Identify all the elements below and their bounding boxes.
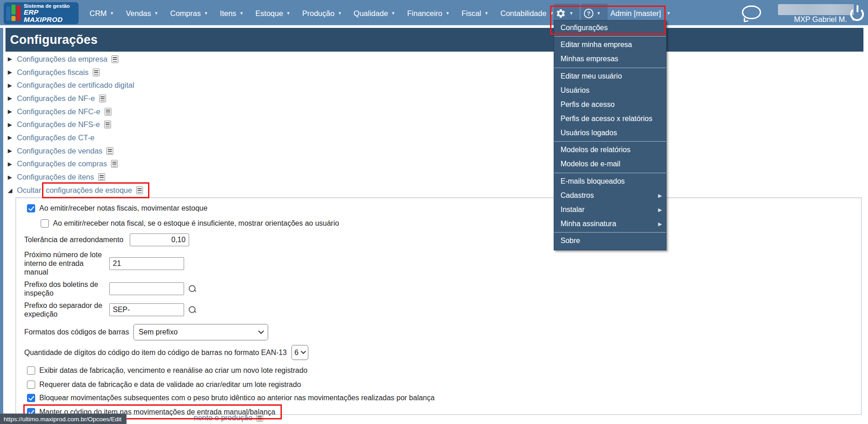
nav-menu-item[interactable]: Contabilidade ▼ bbox=[494, 0, 560, 26]
tolerance-input[interactable] bbox=[130, 233, 189, 246]
config-section-row[interactable]: ▶ Configurações de compras bbox=[5, 158, 599, 171]
barcode-format-select[interactable]: Sem prefixo bbox=[133, 324, 268, 340]
settings-menu-item-label: Usuários bbox=[561, 86, 589, 94]
document-icon[interactable] bbox=[256, 414, 263, 422]
checkbox-require-dates[interactable] bbox=[27, 381, 35, 389]
nav-menu-item[interactable]: Fiscal ▼ bbox=[455, 0, 494, 26]
config-section-row[interactable]: ▶ Configurações de NFS-e bbox=[5, 118, 599, 131]
nav-menu-label: Financeiro bbox=[407, 9, 442, 18]
chevron-down-icon: ▼ bbox=[667, 11, 671, 16]
config-section-row-partial[interactable]: nento e produção bbox=[194, 413, 263, 422]
form-row: Prefixo dos boletins de inspeção bbox=[24, 280, 853, 297]
nav-menu-item[interactable]: Vendas ▼ bbox=[120, 0, 164, 26]
document-icon[interactable] bbox=[106, 147, 113, 155]
inspection-prefix-input[interactable] bbox=[109, 282, 184, 295]
settings-menu-item[interactable]: Instalar ▶ bbox=[554, 202, 666, 217]
config-section-row[interactable]: ▶ Configurações de CT-e bbox=[5, 131, 599, 144]
form-row: Formatos dos códigos de barras Sem prefi… bbox=[24, 324, 853, 340]
settings-menu-item[interactable]: Perfis de acesso x relatórios ▶ bbox=[554, 111, 666, 126]
triangle-right-icon: ▶ bbox=[8, 161, 17, 167]
search-icon[interactable] bbox=[188, 306, 196, 314]
config-section-label: Configurações de certificado digital bbox=[17, 81, 134, 90]
checkbox-label: Exibir datas de fabricação, vencimento e… bbox=[39, 366, 307, 375]
settings-menu-item-label: Usuários logados bbox=[561, 129, 617, 137]
checkbox-insufficient-stock[interactable] bbox=[41, 219, 49, 228]
config-section-row-expanded[interactable]: ◢ Ocultar configurações de estoque bbox=[5, 183, 148, 197]
settings-menu-item-label: Perfis de acesso x relatórios bbox=[561, 115, 652, 122]
separator-prefix-label: Prefixo do separador de expedição bbox=[24, 301, 109, 318]
admin-label: Admin [master] bbox=[610, 9, 661, 18]
chevron-down-icon: ▼ bbox=[338, 11, 342, 16]
page-title: Configurações bbox=[5, 33, 98, 47]
chat-button[interactable] bbox=[742, 5, 762, 20]
settings-menu-item[interactable]: Configurações ▶ bbox=[554, 21, 666, 35]
document-icon[interactable] bbox=[111, 160, 118, 168]
settings-menu-item[interactable]: Usuários ▶ bbox=[554, 83, 666, 97]
settings-menu-item-label: E-mails bloqueados bbox=[561, 177, 625, 185]
config-section-row[interactable]: ▶ Configurações da empresa bbox=[5, 53, 599, 66]
triangle-right-icon: ▶ bbox=[658, 192, 662, 198]
brand-name: ERP MAXIPROD bbox=[24, 9, 76, 24]
document-icon[interactable] bbox=[111, 55, 118, 63]
checkbox-block-weight[interactable] bbox=[27, 394, 35, 402]
settings-menu-item[interactable]: Usuários logados ▶ bbox=[554, 126, 666, 140]
settings-menu-item[interactable]: Minhas empresas ▶ bbox=[554, 52, 666, 66]
triangle-right-icon: ▶ bbox=[8, 82, 17, 89]
triangle-right-icon: ▶ bbox=[658, 221, 662, 227]
checkbox-row: Bloquear movimentações subsequentes com … bbox=[24, 394, 853, 402]
settings-menu-item[interactable]: Editar minha empresa ▶ bbox=[554, 36, 666, 52]
config-section-row[interactable]: ▶ Configurações de NF-e bbox=[5, 92, 599, 105]
triangle-right-icon: ▶ bbox=[8, 148, 17, 154]
checkbox-exhibit-dates[interactable] bbox=[27, 366, 35, 375]
document-icon[interactable] bbox=[93, 69, 100, 76]
settings-menu-item[interactable]: Minha assinatura ▶ bbox=[554, 217, 666, 231]
settings-menu-item[interactable]: Cadastros ▶ bbox=[554, 188, 666, 202]
settings-menu-item[interactable]: Sobre ▶ bbox=[554, 232, 666, 248]
chevron-down-icon: ▼ bbox=[204, 11, 208, 16]
nav-menu-item[interactable]: Estoque ▼ bbox=[249, 0, 296, 26]
settings-menu-item[interactable]: Modelos de e-mail ▶ bbox=[554, 157, 666, 171]
config-section-row[interactable]: ▶ Configurações de certificado digital bbox=[5, 79, 599, 92]
nav-menu-item[interactable]: Qualidade ▼ bbox=[348, 0, 401, 26]
nav-menu-item[interactable]: Compras ▼ bbox=[164, 0, 214, 26]
status-bar-link-preview: https://ultimo.maxiprod.com.br/Opcoes/Ed… bbox=[0, 413, 127, 424]
settings-menu-item[interactable]: E-mails bloqueados ▶ bbox=[554, 173, 666, 189]
settings-menu-item-label: Cadastros bbox=[561, 191, 594, 199]
document-icon[interactable] bbox=[136, 186, 143, 194]
settings-menu-item-label: Minha assinatura bbox=[561, 220, 616, 228]
search-icon[interactable] bbox=[188, 285, 196, 293]
user-menu-trigger[interactable]: MXP Gabriel M. ▼ bbox=[777, 15, 855, 24]
config-section-row[interactable]: ▶ Configurações de NFC-e bbox=[5, 105, 599, 118]
config-section-label: Configurações de vendas bbox=[17, 147, 102, 155]
nav-menu-item[interactable]: CRM ▼ bbox=[84, 0, 120, 26]
brand-logo[interactable]: Sistema de gestão ERP MAXIPROD bbox=[4, 2, 79, 24]
document-icon[interactable] bbox=[99, 95, 106, 102]
settings-menu-item[interactable]: Editar meu usuário ▶ bbox=[554, 68, 666, 84]
settings-menu-item[interactable]: Modelos de relatórios ▶ bbox=[554, 141, 666, 157]
config-section-row[interactable]: ▶ Configurações de itens bbox=[5, 170, 599, 184]
config-section-label: Configurações de CT-e bbox=[17, 133, 95, 142]
ean-digits-select[interactable]: 6 bbox=[291, 345, 308, 360]
nav-menu-item[interactable]: Itens ▼ bbox=[214, 0, 249, 26]
config-section-list: ▶ Configurações da empresa ▶ Configuraçõ… bbox=[5, 53, 599, 184]
separator-prefix-input[interactable] bbox=[109, 303, 184, 316]
inspection-prefix-label: Prefixo dos boletins de inspeção bbox=[24, 280, 109, 297]
checkbox-move-stock[interactable] bbox=[27, 204, 35, 212]
settings-menu-item-label: Perfis de acesso bbox=[561, 101, 614, 108]
logout-button[interactable] bbox=[849, 4, 866, 22]
nav-menu-item[interactable]: Financeiro ▼ bbox=[401, 0, 455, 26]
checkbox-row: Requerer data de fabricação e data de va… bbox=[24, 381, 853, 389]
settings-menu-item[interactable]: Perfis de acesso ▶ bbox=[554, 97, 666, 111]
config-section-row[interactable]: ▶ Configurações de vendas bbox=[5, 144, 599, 158]
nav-menu-item[interactable]: Produção ▼ bbox=[296, 0, 348, 26]
config-section-row[interactable]: ▶ Configurações fiscais bbox=[5, 66, 599, 79]
document-icon[interactable] bbox=[104, 121, 111, 128]
next-lot-input[interactable] bbox=[109, 257, 184, 270]
estoque-section-title[interactable]: configurações de estoque bbox=[43, 184, 148, 196]
settings-menu-item-label: Modelos de relatórios bbox=[561, 146, 630, 154]
document-icon[interactable] bbox=[98, 173, 105, 181]
triangle-right-icon: ▶ bbox=[658, 207, 662, 212]
gear-icon bbox=[556, 8, 566, 19]
form-row: Prefixo do separador de expedição bbox=[24, 301, 853, 318]
document-icon[interactable] bbox=[105, 108, 111, 116]
